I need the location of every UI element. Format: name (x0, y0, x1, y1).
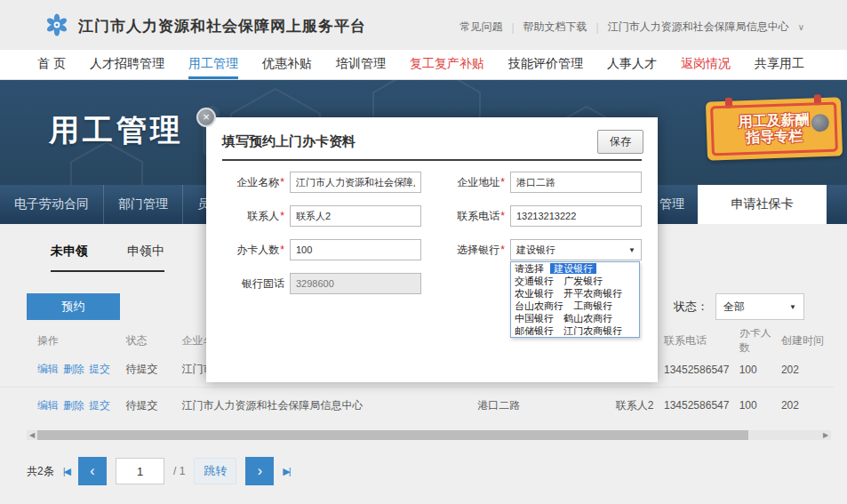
address-input[interactable] (510, 172, 642, 193)
chevron-down-icon[interactable]: ∨ (798, 22, 804, 32)
caret-down-icon: ▼ (789, 303, 796, 311)
subtab-department-mgmt[interactable]: 部门管理 (104, 185, 183, 224)
last-page-icon[interactable]: ▶| (283, 466, 289, 477)
modal-title: 填写预约上门办卡资料 (222, 133, 356, 148)
scroll-left-icon[interactable]: ◀ (27, 431, 37, 439)
nav-resume-work-subsidy[interactable]: 复工复产补贴 (410, 50, 484, 79)
nav-skill-eval[interactable]: 技能评价管理 (508, 50, 583, 79)
first-page-icon[interactable]: |◀ (63, 466, 69, 477)
bank-option[interactable]: 农业银行 (511, 288, 557, 299)
required-mark: * (500, 244, 505, 256)
nav-recruit-mgmt[interactable]: 人才招聘管理 (90, 50, 164, 79)
submit-link[interactable]: 提交 (89, 362, 110, 377)
required-mark: * (280, 176, 284, 188)
phone-label: 联系电话* (427, 209, 505, 224)
next-page-button[interactable]: › (245, 457, 274, 485)
salary-guide-promo-badge[interactable]: 用工及薪酬 指导专栏 (706, 97, 843, 160)
bank-option[interactable]: 鹤山农商行 (560, 313, 616, 324)
subtab-partial[interactable]: 管理 (659, 185, 684, 224)
bank-option[interactable]: 江门农商银行 (560, 325, 626, 336)
row-status: 待提交 (125, 398, 181, 413)
tab-not-claimed[interactable]: 未申领 (51, 244, 88, 260)
delete-link[interactable]: 删除 (63, 362, 84, 377)
bank-option[interactable]: 台山农商行 (511, 300, 567, 311)
row-address: 港口二路 (477, 398, 616, 413)
nav-subsidy[interactable]: 优惠补贴 (262, 50, 312, 79)
phone-input[interactable] (510, 205, 642, 227)
reserve-button[interactable]: 预约 (27, 293, 120, 320)
save-button[interactable]: 保存 (597, 130, 643, 154)
bank-option[interactable]: 邮储银行 (511, 325, 557, 336)
pagination: 共2条 |◀ ‹ / 1 跳转 › ▶| (27, 457, 290, 485)
faq-link[interactable]: 常见问题 (459, 20, 502, 35)
horizontal-scrollbar[interactable]: ◀ ▶ (27, 430, 831, 440)
bank-options-dropdown: 请选择 建设银行 交通银行 广发银行 农业银行 开平农商银行 台山农商行 工商银… (510, 261, 640, 338)
help-docs-link[interactable]: 帮助文档下载 (523, 20, 587, 35)
nav-return-work[interactable]: 返岗情况 (681, 50, 731, 79)
scrollbar-thumb[interactable] (37, 430, 748, 440)
table-row: 编辑 删除 提交 待提交 江门市人力资源和社会保障局信息中心 港口二路 联系人2… (0, 388, 834, 423)
edit-link[interactable]: 编辑 (37, 398, 59, 413)
company-label: 企业名称* (222, 175, 284, 190)
nav-employment-mgmt[interactable]: 用工管理 (188, 50, 238, 79)
prev-page-button[interactable]: ‹ (78, 457, 107, 485)
bank-tel-input (290, 273, 421, 294)
bank-option[interactable]: 广发银行 (560, 276, 606, 286)
caret-down-icon: ▼ (628, 246, 635, 254)
row-contact: 联系人2 (616, 398, 664, 413)
scroll-right-icon[interactable]: ▶ (820, 431, 831, 439)
bank-option[interactable]: 交通银行 (511, 276, 557, 286)
link-separator: | (596, 21, 599, 34)
card-count-label: 办卡人数* (222, 243, 284, 258)
delete-link[interactable]: 删除 (63, 398, 84, 413)
bank-label: 选择银行* (427, 243, 505, 258)
page-number-input[interactable] (116, 458, 164, 484)
required-mark: * (280, 244, 284, 256)
bank-option[interactable]: 中国银行 (511, 313, 557, 324)
page-total: / 1 (173, 465, 185, 477)
company-input[interactable] (290, 172, 421, 193)
bank-option-selected[interactable]: 建设银行 (550, 263, 596, 274)
nav-hr-talent[interactable]: 人事人才 (607, 50, 657, 79)
status-select[interactable]: 全部 ▼ (715, 293, 804, 320)
tab-claiming[interactable]: 申领中 (127, 244, 164, 260)
modal-divider (222, 159, 642, 161)
edit-link[interactable]: 编辑 (37, 362, 59, 377)
site-logo-icon (44, 12, 69, 37)
reserve-card-modal: × 填写预约上门办卡资料 保存 企业名称* 企业地址* 联系人* 联系电话* 办… (206, 117, 658, 382)
col-status: 状态 (125, 333, 181, 348)
total-count: 共2条 (27, 464, 54, 479)
contact-label: 联系人* (222, 209, 284, 224)
nav-training-mgmt[interactable]: 培训管理 (336, 50, 386, 79)
subtab-apply-social-card[interactable]: 申请社保卡 (698, 185, 827, 224)
nav-home[interactable]: 首 页 (37, 50, 66, 79)
row-phone: 13452586547 (664, 399, 739, 412)
subtab-e-labor-contract[interactable]: 电子劳动合同 (0, 185, 104, 224)
modal-header: 填写预约上门办卡资料 保存 (206, 117, 658, 150)
user-org-menu[interactable]: 江门市人力资源和社会保障局信息中心 (608, 20, 789, 35)
row-operations: 编辑 删除 提交 (37, 398, 125, 413)
bank-select-cell: 建设银行 ▼ 请选择 建设银行 交通银行 广发银行 农业银行 开平农商银行 台山… (510, 239, 642, 260)
bank-option[interactable]: 请选择 (511, 263, 547, 274)
status-select-value: 全部 (723, 300, 745, 315)
nav-shared-employment[interactable]: 共享用工 (755, 50, 804, 79)
col-card-count: 办卡人数 (739, 329, 781, 356)
row-status: 待提交 (125, 362, 181, 377)
bank-option[interactable]: 开平农商银行 (560, 288, 626, 299)
row-operations: 编辑 删除 提交 (37, 362, 125, 377)
bank-select[interactable]: 建设银行 ▼ (510, 239, 642, 260)
app-window: 江门市人力资源和社会保障网上服务平台 常见问题 | 帮助文档下载 | 江门市人力… (0, 0, 847, 504)
top-header: 江门市人力资源和社会保障网上服务平台 常见问题 | 帮助文档下载 | 江门市人力… (0, 0, 847, 50)
bank-option[interactable]: 工商银行 (570, 300, 616, 311)
row-created: 202 (781, 399, 834, 412)
top-links: 常见问题 | 帮助文档下载 | 江门市人力资源和社会保障局信息中心 ∨ (459, 20, 804, 35)
required-mark: * (500, 176, 505, 188)
modal-form: 企业名称* 企业地址* 联系人* 联系电话* 办卡人数* 选择银行* 建设银行 … (222, 172, 642, 294)
jump-button[interactable]: 跳转 (194, 458, 236, 484)
col-created: 创建时间 (781, 333, 834, 348)
col-operation: 操作 (37, 333, 125, 348)
contact-input[interactable] (290, 205, 421, 227)
card-count-input[interactable] (290, 239, 421, 260)
submit-link[interactable]: 提交 (89, 398, 110, 413)
page-title: 用工管理 (49, 110, 184, 151)
